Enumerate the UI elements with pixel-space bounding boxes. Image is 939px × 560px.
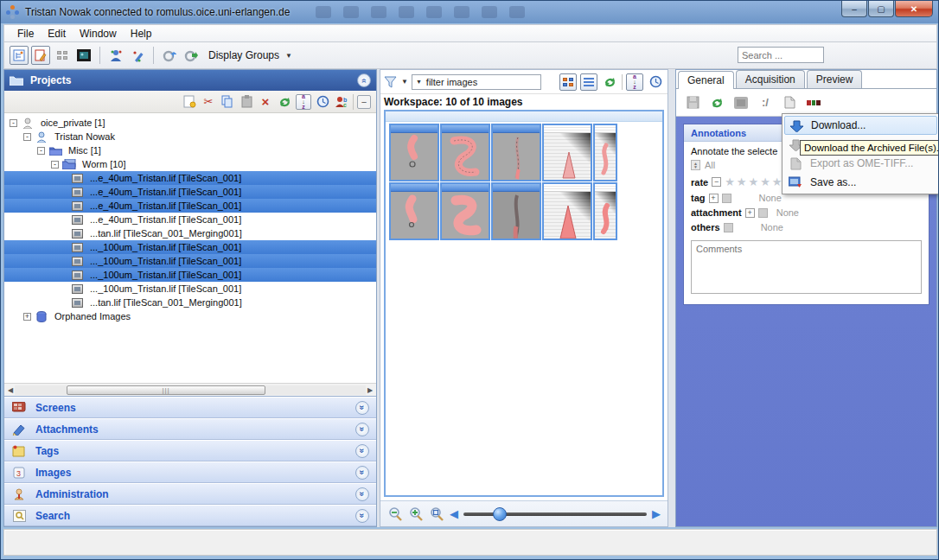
tree-node-image[interactable]: ...tan.lif [TileScan_001_Merging001] bbox=[4, 296, 376, 309]
expander-icon[interactable]: - bbox=[23, 133, 31, 141]
tree-view-toggle-button[interactable] bbox=[10, 46, 29, 65]
menu-item-save-as[interactable]: Save as... bbox=[784, 173, 937, 192]
menu-window[interactable]: Window bbox=[73, 26, 123, 41]
thumbnail[interactable] bbox=[542, 124, 592, 181]
menu-edit[interactable]: Edit bbox=[42, 26, 72, 41]
tree-node-image[interactable]: ...tan.lif [TileScan_001_Merging001] bbox=[4, 226, 376, 240]
minimize-button[interactable]: – bbox=[841, 1, 867, 17]
thumbnail[interactable] bbox=[593, 182, 617, 240]
refresh-icon[interactable] bbox=[277, 94, 292, 110]
magnification-slider[interactable] bbox=[463, 507, 647, 521]
sort-by-user-icon[interactable]: bc bbox=[334, 94, 349, 110]
thumbnail-view-icon[interactable] bbox=[559, 73, 577, 91]
sort-alpha-icon[interactable]: a↓z bbox=[296, 94, 311, 110]
rating-stars[interactable]: ★★★★★ bbox=[725, 175, 783, 188]
tree-node-image[interactable]: ...e_40um_Tristan.lif [TileScan_001] bbox=[4, 213, 376, 226]
accordion-attachments[interactable]: Attachments » bbox=[4, 418, 376, 440]
zoom-fit-icon[interactable] bbox=[429, 506, 444, 522]
channels-icon[interactable] bbox=[806, 95, 821, 111]
scrollbar-thumb[interactable]: ||| bbox=[67, 385, 265, 395]
slider-thumb[interactable] bbox=[493, 507, 507, 521]
remove-tag-icon[interactable]: − bbox=[722, 194, 731, 203]
expander-icon[interactable]: + bbox=[23, 313, 31, 321]
comments-input[interactable] bbox=[691, 240, 922, 294]
expand-section-icon[interactable]: » bbox=[355, 466, 369, 480]
tree-node-image[interactable]: ...e_40um_Tristan.lif [TileScan_001] bbox=[4, 171, 376, 185]
accordion-images[interactable]: 3 Images » bbox=[4, 461, 376, 483]
expand-section-icon[interactable]: » bbox=[355, 423, 369, 436]
accordion-search[interactable]: Search » bbox=[4, 505, 376, 526]
tree-node-dataset[interactable]: - Worm [10] bbox=[4, 157, 376, 171]
tree-node-image[interactable]: ..._100um_Tristan.lif [TileScan_001] bbox=[4, 282, 376, 296]
importer-button[interactable] bbox=[160, 46, 179, 65]
save-icon[interactable] bbox=[685, 95, 700, 111]
tree-node-group[interactable]: - oice_private [1] bbox=[4, 116, 376, 130]
accordion-administration[interactable]: Administration » bbox=[4, 483, 376, 505]
sort-by-date-icon[interactable] bbox=[315, 94, 330, 110]
expander-icon[interactable]: - bbox=[37, 147, 45, 155]
tree-node-image[interactable]: ...e_40um_Tristan.lif [TileScan_001] bbox=[4, 185, 376, 199]
expand-section-icon[interactable]: » bbox=[355, 444, 369, 458]
zoom-out-icon[interactable] bbox=[387, 506, 403, 522]
remove-attachment-icon[interactable]: − bbox=[758, 208, 768, 218]
tree-node-image[interactable]: ..._100um_Tristan.lif [TileScan_001] bbox=[4, 268, 376, 282]
expand-section-icon[interactable]: » bbox=[355, 401, 369, 415]
thumbnail[interactable] bbox=[440, 182, 490, 240]
slider-left-arrow-icon[interactable]: ◀ bbox=[450, 507, 458, 520]
display-groups-label[interactable]: Display Groups bbox=[208, 49, 279, 61]
accordion-tags[interactable]: Tags » bbox=[4, 440, 376, 461]
sort-alpha-icon[interactable]: a↓z bbox=[626, 73, 643, 91]
collapse-panel-button[interactable]: » bbox=[357, 73, 371, 87]
expander-icon[interactable]: - bbox=[51, 161, 59, 169]
menu-help[interactable]: Help bbox=[125, 26, 158, 41]
rate-collapse-icon[interactable]: − bbox=[712, 177, 721, 187]
sort-by-date-icon[interactable] bbox=[647, 73, 664, 91]
tree-node-orphaned[interactable]: + Orphaned Images bbox=[4, 309, 376, 323]
accordion-screens[interactable]: Screens » bbox=[4, 397, 376, 418]
expand-section-icon[interactable]: » bbox=[355, 509, 369, 523]
filter-funnel-icon[interactable] bbox=[384, 76, 398, 88]
tree-node-image[interactable]: ..._100um_Tristan.lif [TileScan_001] bbox=[4, 240, 376, 254]
export-document-icon[interactable] bbox=[782, 95, 797, 111]
user-groups-button[interactable] bbox=[106, 46, 125, 65]
projects-header[interactable]: Projects » bbox=[4, 70, 376, 91]
launch-app-button[interactable] bbox=[182, 46, 201, 65]
thumbnail[interactable] bbox=[389, 124, 439, 181]
image-placeholder-icon[interactable] bbox=[733, 95, 749, 111]
refresh-thumbnails-icon[interactable] bbox=[601, 73, 618, 91]
title-bar[interactable]: Tristan Nowak connected to romulus.oice.… bbox=[1, 1, 938, 23]
thumbnail[interactable] bbox=[491, 124, 541, 181]
thumbnail[interactable] bbox=[593, 124, 617, 181]
filter-caret-icon[interactable]: ▼ bbox=[401, 78, 408, 86]
add-tag-icon[interactable]: + bbox=[709, 194, 719, 203]
slider-right-arrow-icon[interactable]: ▶ bbox=[652, 507, 661, 520]
thumbnail[interactable] bbox=[389, 182, 439, 240]
tab-acquisition[interactable]: Acquisition bbox=[736, 70, 805, 88]
tag-editor-button[interactable] bbox=[128, 46, 147, 65]
tab-preview[interactable]: Preview bbox=[807, 70, 863, 88]
tree-node-user[interactable]: - Tristan Nowak bbox=[4, 130, 376, 143]
scroll-left-icon[interactable]: ◀ bbox=[6, 386, 15, 394]
display-groups-caret-icon[interactable]: ▼ bbox=[285, 52, 292, 60]
image-viewer-button[interactable] bbox=[74, 46, 93, 65]
menu-item-download[interactable]: Download... bbox=[784, 116, 937, 135]
scroll-right-icon[interactable]: ▶ bbox=[366, 386, 374, 394]
search-input[interactable] bbox=[738, 47, 824, 63]
add-attachment-icon[interactable]: + bbox=[745, 208, 755, 218]
tree-node-image[interactable]: ..._100um_Tristan.lif [TileScan_001] bbox=[4, 254, 376, 268]
menu-file[interactable]: File bbox=[11, 26, 40, 41]
cut-icon[interactable]: ✂ bbox=[201, 94, 216, 110]
maximize-button[interactable]: ▢ bbox=[868, 1, 894, 17]
new-container-icon[interactable] bbox=[182, 94, 197, 110]
tab-general[interactable]: General bbox=[678, 71, 734, 89]
menu-item-export-ome-tiff[interactable]: Export as OME-TIFF... bbox=[784, 154, 937, 173]
thumbnail[interactable] bbox=[440, 124, 490, 181]
others-collapse-icon[interactable]: − bbox=[724, 223, 733, 232]
thumbnail[interactable] bbox=[542, 182, 592, 240]
filter-combobox[interactable]: ▼ filter images bbox=[412, 74, 541, 90]
metadata-view-button[interactable] bbox=[31, 46, 50, 65]
zoom-in-icon[interactable] bbox=[408, 506, 424, 522]
expand-section-icon[interactable]: » bbox=[355, 487, 369, 501]
tree-node-image[interactable]: ...e_40um_Tristan.lif [TileScan_001] bbox=[4, 199, 376, 213]
collapse-all-button[interactable]: − bbox=[357, 95, 371, 109]
